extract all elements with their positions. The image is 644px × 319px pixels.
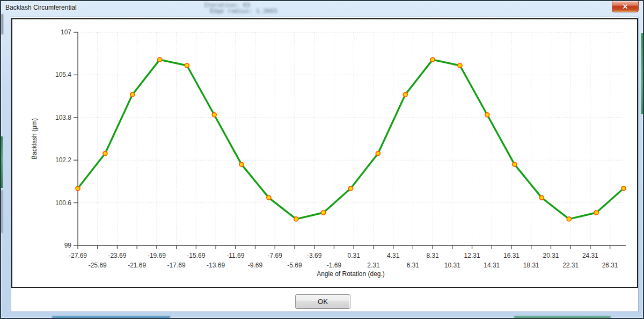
svg-text:20.31: 20.31 — [543, 252, 559, 259]
ok-button[interactable]: OK — [295, 294, 350, 309]
svg-text:0.31: 0.31 — [348, 252, 361, 259]
svg-text:-15.69: -15.69 — [187, 252, 205, 259]
axes: -27.69-25.69-23.69-21.69-19.69-17.69-15.… — [31, 28, 626, 278]
svg-text:12.31: 12.31 — [464, 252, 480, 259]
svg-text:24.31: 24.31 — [582, 252, 598, 259]
svg-text:-1.69: -1.69 — [327, 262, 342, 269]
svg-text:Backlash (µm): Backlash (µm) — [31, 118, 38, 160]
svg-text:-11.69: -11.69 — [226, 252, 244, 259]
svg-text:-25.69: -25.69 — [89, 262, 107, 269]
svg-text:-9.69: -9.69 — [248, 262, 263, 269]
svg-text:Angle of Rotation (deg.): Angle of Rotation (deg.) — [317, 270, 385, 278]
frame-bleed-artifact — [514, 316, 611, 318]
frame-bleed-artifact — [52, 316, 170, 318]
svg-text:-21.69: -21.69 — [128, 262, 146, 269]
data-series — [76, 57, 626, 221]
close-icon: ✕ — [612, 2, 638, 12]
svg-text:14.31: 14.31 — [484, 262, 500, 269]
frame-bleed-artifact — [1, 190, 3, 233]
svg-text:102.2: 102.2 — [55, 156, 71, 164]
frame-bleed-artifact — [641, 33, 643, 114]
svg-text:99: 99 — [64, 242, 72, 249]
svg-text:16.31: 16.31 — [503, 252, 519, 259]
grid — [78, 32, 624, 245]
chart-panel: -27.69-25.69-23.69-21.69-19.69-17.69-15.… — [11, 18, 638, 288]
svg-text:-17.69: -17.69 — [167, 262, 186, 269]
svg-text:-3.69: -3.69 — [307, 252, 322, 259]
svg-text:-23.69: -23.69 — [108, 252, 126, 259]
backlash-chart: -27.69-25.69-23.69-21.69-19.69-17.69-15.… — [12, 19, 639, 287]
frame-bleed-artifact — [1, 136, 3, 188]
svg-text:18.31: 18.31 — [523, 262, 539, 269]
svg-text:6.31: 6.31 — [407, 262, 420, 269]
svg-text:-5.69: -5.69 — [287, 262, 302, 269]
window-title: Backlash Circumferential — [5, 4, 77, 11]
close-button[interactable]: ✕ — [612, 1, 639, 12]
svg-text:26.31: 26.31 — [602, 262, 618, 269]
svg-text:-13.69: -13.69 — [207, 262, 225, 269]
svg-text:8.31: 8.31 — [426, 252, 439, 259]
title-bar: Iteration: 03 Edge radius: 1.3665 Backla… — [1, 1, 643, 17]
svg-text:10.31: 10.31 — [444, 262, 460, 269]
svg-text:4.31: 4.31 — [387, 252, 400, 259]
svg-text:105.4: 105.4 — [55, 71, 71, 78]
svg-text:-19.69: -19.69 — [148, 252, 166, 259]
svg-text:103.8: 103.8 — [55, 114, 71, 121]
svg-text:22.31: 22.31 — [562, 262, 579, 269]
svg-text:107: 107 — [61, 28, 71, 36]
background-bleed-text-2: Edge radius: 1.3665 — [210, 8, 277, 15]
dialog-window: Iteration: 03 Edge radius: 1.3665 Backla… — [0, 0, 644, 319]
svg-text:2.31: 2.31 — [367, 262, 380, 269]
svg-text:-7.69: -7.69 — [268, 252, 283, 259]
svg-text:100.6: 100.6 — [55, 199, 71, 207]
svg-text:-27.69: -27.69 — [69, 252, 87, 259]
dialog-client-area: -27.69-25.69-23.69-21.69-19.69-17.69-15.… — [11, 17, 638, 311]
